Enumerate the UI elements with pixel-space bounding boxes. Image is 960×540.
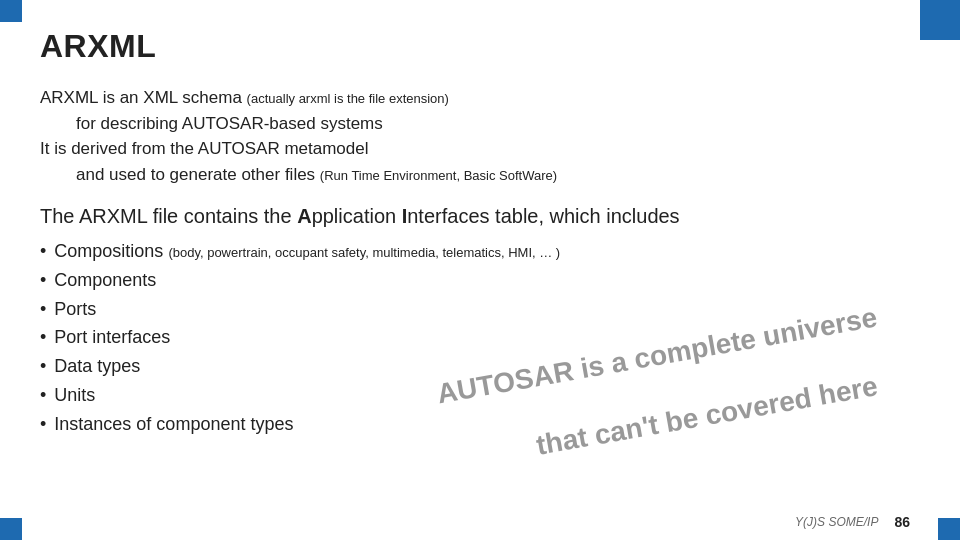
bullet-list: • Compositions (body, powertrain, occupa… [40, 237, 560, 439]
bullet-text: Port interfaces [54, 323, 170, 352]
section-heading: The ARXML file contains the Application … [40, 201, 920, 231]
bullet-suffix: (body, powertrain, occupant safety, mult… [168, 245, 560, 260]
bullet-text: Ports [54, 295, 96, 324]
list-item: • Instances of component types [40, 410, 560, 439]
corner-tl [0, 0, 22, 22]
bullet-dot: • [40, 381, 46, 410]
bullet-main: Compositions [54, 241, 163, 261]
list-item: • Units [40, 381, 560, 410]
bullet-text: Instances of component types [54, 410, 293, 439]
footer-page: 86 [894, 514, 910, 530]
bullet-dot: • [40, 237, 46, 266]
intro-line-4-main: and used to generate other files [76, 165, 315, 184]
bullet-text: Data types [54, 352, 140, 381]
list-item: • Ports [40, 295, 560, 324]
footer: Y(J)S SOME/IP 86 [795, 514, 910, 530]
intro-line-1: ARXML is an XML schema (actually arxml i… [40, 85, 920, 111]
corner-bl [0, 518, 22, 540]
bullet-dot: • [40, 352, 46, 381]
page-title: ARXML [40, 28, 920, 65]
corner-br [938, 518, 960, 540]
intro-line-3: It is derived from the AUTOSAR metamodel [40, 136, 920, 162]
bullet-dot: • [40, 323, 46, 352]
intro-line-2-text: for describing AUTOSAR-based systems [76, 114, 383, 133]
bullet-text: Components [54, 266, 156, 295]
footer-course: Y(J)S SOME/IP [795, 515, 878, 529]
intro-line-4-small-text: (Run Time Environment, Basic SoftWare) [320, 168, 557, 183]
intro-line-1-main: ARXML is an XML schema [40, 88, 242, 107]
corner-tr [920, 0, 960, 40]
intro-line-4: and used to generate other files (Run Ti… [76, 162, 920, 188]
intro-line-1-small-text: (actually arxml is the file extension) [247, 91, 449, 106]
intro-line-3-text: It is derived from the AUTOSAR metamodel [40, 139, 368, 158]
intro-line-2: for describing AUTOSAR-based systems [76, 111, 920, 137]
bullet-dot: • [40, 410, 46, 439]
bullet-text: Compositions (body, powertrain, occupant… [54, 237, 560, 266]
intro-block: ARXML is an XML schema (actually arxml i… [40, 85, 920, 187]
bullet-text: Units [54, 381, 95, 410]
list-item: • Compositions (body, powertrain, occupa… [40, 237, 560, 266]
list-item: • Components [40, 266, 560, 295]
list-item: • Port interfaces [40, 323, 560, 352]
bullet-dot: • [40, 266, 46, 295]
list-item: • Data types [40, 352, 560, 381]
bullet-dot: • [40, 295, 46, 324]
bullets-section: • Compositions (body, powertrain, occupa… [40, 237, 920, 439]
